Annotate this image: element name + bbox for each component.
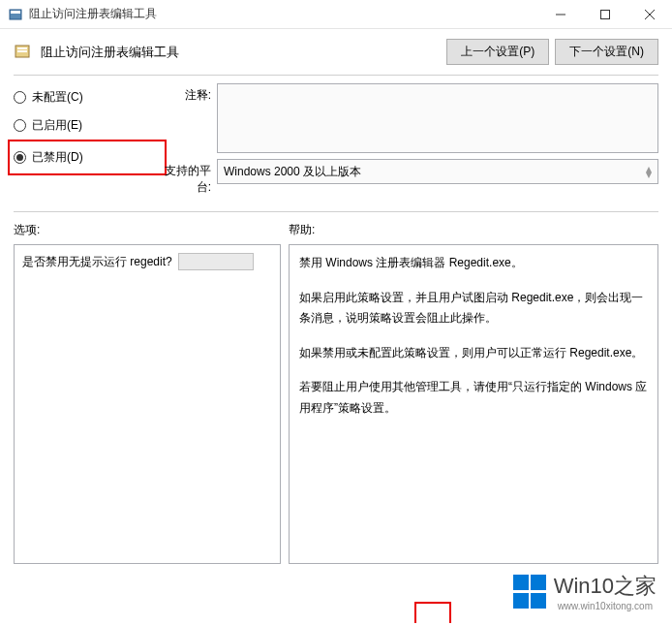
radio-enabled[interactable]: 已启用(E): [14, 111, 159, 140]
options-panel: 是否禁用无提示运行 regedit?: [14, 244, 281, 564]
radio-disabled[interactable]: 已禁用(D): [14, 143, 161, 172]
maximize-button[interactable]: [583, 0, 627, 29]
highlight-annotation: 已禁用(D): [8, 140, 167, 175]
titlebar: 阻止访问注册表编辑工具: [0, 0, 672, 29]
radio-label: 已禁用(D): [32, 149, 83, 166]
close-button[interactable]: [627, 0, 672, 29]
window-title: 阻止访问注册表编辑工具: [29, 6, 538, 22]
policy-icon: [14, 43, 33, 62]
help-panel: 禁用 Windows 注册表编辑器 Regedit.exe。 如果启用此策略设置…: [289, 244, 658, 564]
platform-label: 支持的平台:: [159, 159, 217, 196]
divider: [14, 211, 658, 212]
platform-box: Windows 2000 及以上版本 ▴ ▾: [217, 159, 658, 184]
platform-value: Windows 2000 及以上版本: [224, 165, 361, 178]
header: 阻止访问注册表编辑工具 上一个设置(P) 下一个设置(N): [0, 29, 672, 71]
svg-rect-1: [11, 11, 20, 14]
option-question: 是否禁用无提示运行 regedit?: [22, 254, 172, 270]
radio-group: 未配置(C) 已启用(E) 已禁用(D): [14, 83, 159, 202]
section-labels: 选项: 帮助:: [0, 222, 672, 244]
svg-rect-3: [601, 11, 610, 19]
option-dropdown[interactable]: [178, 253, 254, 270]
help-paragraph: 如果禁用或未配置此策略设置，则用户可以正常运行 Regedit.exe。: [299, 343, 648, 364]
right-fields: 注释: 支持的平台: Windows 2000 及以上版本 ▴ ▾: [159, 83, 658, 202]
help-label: 帮助:: [289, 222, 315, 238]
next-setting-button[interactable]: 下一个设置(N): [555, 39, 658, 65]
watermark-brand: Win10: [554, 574, 614, 598]
options-label: 选项:: [14, 222, 289, 238]
panels: 是否禁用无提示运行 regedit? 禁用 Windows 注册表编辑器 Reg…: [0, 244, 672, 564]
scroll-down-icon[interactable]: ▾: [641, 168, 656, 181]
app-icon: [8, 7, 23, 22]
comment-textarea[interactable]: [217, 83, 658, 153]
policy-title: 阻止访问注册表编辑工具: [41, 44, 179, 61]
radio-icon: [14, 119, 26, 132]
help-paragraph: 若要阻止用户使用其他管理工具，请使用“只运行指定的 Windows 应用程序”策…: [299, 377, 648, 419]
radio-label: 未配置(C): [32, 89, 83, 106]
watermark: Win10之家 www.win10xitong.com: [513, 572, 657, 611]
option-line: 是否禁用无提示运行 regedit?: [22, 253, 272, 270]
svg-rect-8: [17, 50, 27, 52]
watermark-url: www.win10xitong.com: [558, 601, 657, 611]
config-area: 未配置(C) 已启用(E) 已禁用(D) 注释: 支持的平台: Windows …: [0, 83, 672, 202]
prev-setting-button[interactable]: 上一个设置(P): [446, 39, 549, 65]
divider: [14, 75, 658, 76]
radio-label: 已启用(E): [32, 117, 82, 134]
highlight-annotation: [414, 602, 451, 623]
comment-label: 注释:: [159, 83, 217, 153]
watermark-suffix: 之家: [614, 574, 657, 598]
help-paragraph: 如果启用此策略设置，并且用户试图启动 Regedit.exe，则会出现一条消息，…: [299, 288, 648, 329]
svg-rect-7: [17, 47, 27, 49]
minimize-button[interactable]: [538, 0, 583, 29]
window-controls: [538, 0, 672, 28]
radio-icon: [14, 91, 26, 104]
windows-logo-icon: [513, 575, 548, 609]
help-paragraph: 禁用 Windows 注册表编辑器 Regedit.exe。: [299, 253, 648, 274]
radio-icon: [14, 151, 26, 164]
radio-not-configured[interactable]: 未配置(C): [14, 83, 159, 111]
